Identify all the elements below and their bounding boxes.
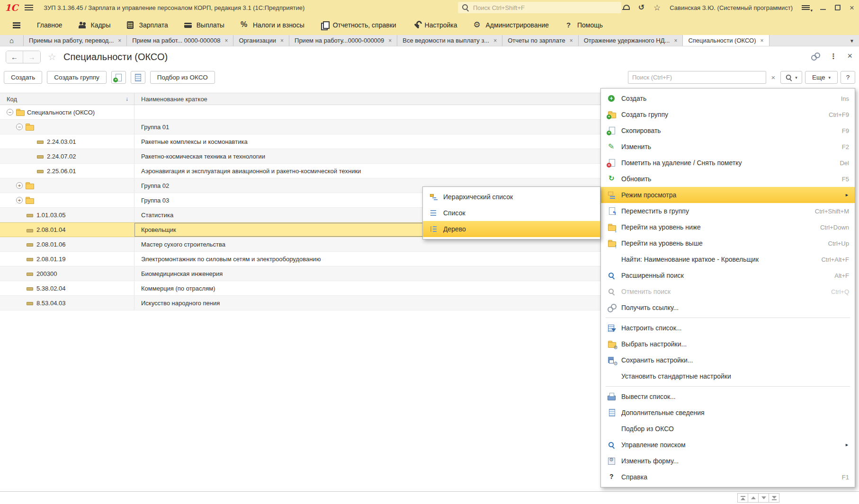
menubar-item[interactable] — [5, 15, 29, 35]
scroll-down-button[interactable] — [758, 493, 769, 503]
menubar-item[interactable]: Зарплата — [118, 15, 176, 35]
tree-expander[interactable]: − — [16, 124, 23, 130]
create-button[interactable]: Создать — [4, 71, 42, 84]
menu-item[interactable]: Обновить F5 ► — [601, 171, 855, 187]
history-icon[interactable]: ↺ — [638, 4, 644, 11]
back-button[interactable]: ← — [6, 51, 23, 63]
forward-button[interactable]: → — [23, 51, 40, 63]
name-value: Группа 03 — [141, 197, 169, 204]
list-search-input[interactable] — [628, 71, 766, 84]
scroll-to-bottom-button[interactable] — [769, 493, 779, 503]
menu-item[interactable]: Получить ссылку... ► — [601, 300, 855, 316]
tree-expander[interactable]: + — [16, 197, 23, 203]
menubar-item[interactable]: Администрирование — [465, 15, 557, 35]
tab-close-icon[interactable]: × — [118, 37, 121, 44]
close-window-icon[interactable]: × — [850, 4, 854, 12]
menu-item[interactable]: Дерево ► — [423, 221, 600, 237]
notifications-bell-icon[interactable] — [622, 4, 629, 11]
tab-close-icon[interactable]: × — [224, 37, 228, 44]
more-actions-icon[interactable]: ⋮ — [830, 53, 837, 60]
close-form-icon[interactable]: × — [847, 52, 852, 60]
sort-descending-icon: ↓ — [125, 96, 128, 102]
menu-item-shortcut: Ins — [841, 95, 849, 102]
tab-close-icon[interactable]: × — [570, 37, 573, 44]
menu-item[interactable]: Скопировать F9 ► — [601, 123, 855, 139]
menubar-item[interactable]: Главное — [29, 15, 71, 35]
menu-item[interactable]: Отменить поиск Ctrl+Q ► — [601, 283, 855, 300]
menu-item[interactable]: Пометить на удаление / Снять пометку Del… — [601, 155, 855, 171]
current-user[interactable]: Савинская З.Ю. (Системный программист) — [670, 4, 793, 11]
menu-item[interactable]: Выбрать настройки... ► — [601, 336, 855, 352]
scroll-up-button[interactable] — [748, 493, 759, 503]
menu-item[interactable]: Создать группу Ctrl+F9 ► — [601, 106, 855, 123]
menu-item[interactable]: Подбор из ОКСО ► — [601, 421, 855, 437]
favorites-star-icon[interactable]: ☆ — [653, 4, 661, 12]
menu-item[interactable]: Переместить в группу Ctrl+Shift+M ► — [601, 203, 855, 219]
restore-icon[interactable] — [835, 5, 841, 10]
window-tab[interactable]: Организации × — [233, 35, 289, 46]
menu-item[interactable]: Установить стандартные настройки ► — [601, 368, 855, 384]
tab-close-icon[interactable]: × — [761, 37, 764, 44]
menu-item[interactable]: Настроить список... ► — [601, 320, 855, 336]
menu-item-label: Создать — [621, 95, 836, 102]
window-tab[interactable]: Специальности (ОКСО) × — [683, 35, 769, 46]
service-menu-icon[interactable] — [802, 5, 811, 11]
minimize-icon[interactable] — [820, 9, 826, 10]
menu-item[interactable]: Справка F1 ► — [601, 469, 855, 485]
window-tab[interactable]: Все ведомости на выплату з... × — [397, 35, 502, 46]
create-group-button[interactable]: Создать группу — [47, 71, 106, 84]
search-icon — [608, 441, 616, 449]
menu-item[interactable]: Список ► — [423, 205, 600, 221]
tab-close-icon[interactable]: × — [280, 37, 284, 44]
menu-item[interactable]: Иерархический список ► — [423, 189, 600, 205]
window-tab[interactable]: Отчеты по зарплате × — [502, 35, 578, 46]
tab-close-icon[interactable]: × — [493, 37, 497, 44]
menubar-item[interactable]: Кадры — [71, 15, 119, 35]
tree-expander[interactable]: + — [16, 182, 23, 189]
menu-item-label: Иерархический список — [443, 193, 589, 201]
menubar-item[interactable]: Помощь — [557, 15, 611, 35]
menu-item[interactable]: Расширенный поиск Alt+F ► — [601, 267, 855, 283]
window-tab[interactable]: Приемы на работу, перевод... × — [24, 35, 127, 46]
menu-item[interactable]: Режим просмотра ► — [601, 187, 855, 203]
scroll-to-top-button[interactable] — [737, 493, 748, 503]
menu-item[interactable]: Создать Ins ► — [601, 90, 855, 106]
window-tab[interactable]: Прием на работ... 0000-000008 × — [127, 35, 233, 46]
menu-item[interactable]: Вывести список... ► — [601, 389, 855, 405]
menu-item[interactable]: Дополнительные сведения ► — [601, 405, 855, 421]
tab-close-icon[interactable]: × — [674, 37, 677, 44]
menu-item[interactable]: Перейти на уровень выше Ctrl+Up ► — [601, 235, 855, 251]
menu-item[interactable]: Изменить форму... ► — [601, 453, 855, 469]
menu-item[interactable]: Сохранить настройки... ► — [601, 352, 855, 368]
global-search-input[interactable]: Поиск Ctrl+Shift+F — [458, 2, 621, 13]
clear-search-icon[interactable]: × — [769, 74, 778, 81]
search-options-button[interactable]: ▾ — [780, 71, 802, 84]
menubar-item[interactable]: Отчетность, справки — [313, 15, 404, 35]
name-value: Коммерция (по отраслям) — [141, 285, 215, 292]
pick-from-okso-button[interactable]: Подбор из ОКСО — [150, 71, 215, 84]
menubar-item[interactable]: Настройка — [404, 15, 465, 35]
tab-overflow-button[interactable]: ▼ — [847, 36, 857, 45]
system-menu-icon[interactable] — [25, 5, 33, 11]
menubar-item[interactable]: Выплаты — [176, 15, 233, 35]
help-button[interactable]: ? — [841, 71, 855, 84]
window-tab[interactable]: Прием на работу...0000-000009 × — [289, 35, 397, 46]
menubar-item[interactable]: Налоги и взносы — [233, 15, 313, 35]
menu-item[interactable]: Перейти на уровень ниже Ctrl+Down ► — [601, 219, 855, 235]
window-tab[interactable]: Отражение удержанного НД... × — [579, 35, 683, 46]
more-button[interactable]: Еще ▾ — [805, 71, 838, 84]
copy-button[interactable] — [111, 71, 126, 84]
add-to-favorites-star-icon[interactable]: ☆ — [48, 52, 56, 62]
window-tab[interactable]: ⌂ — [0, 35, 24, 46]
menu-item-label: Перейти на уровень ниже — [621, 223, 815, 231]
item-icon — [36, 138, 44, 145]
tree-expander[interactable]: − — [7, 109, 13, 115]
menu-item[interactable]: Найти: Наименование краткое - Кровельщик… — [601, 251, 855, 267]
menu-item[interactable]: Изменить F2 ► — [601, 139, 855, 155]
get-link-icon[interactable] — [811, 52, 819, 60]
additional-info-button[interactable] — [131, 71, 145, 84]
menu-item-label: Подбор из ОКСО — [621, 425, 844, 433]
column-header-code[interactable]: Код ↓ — [0, 93, 134, 105]
menu-item[interactable]: Управление поиском ► — [601, 437, 855, 453]
tab-close-icon[interactable]: × — [388, 37, 392, 44]
